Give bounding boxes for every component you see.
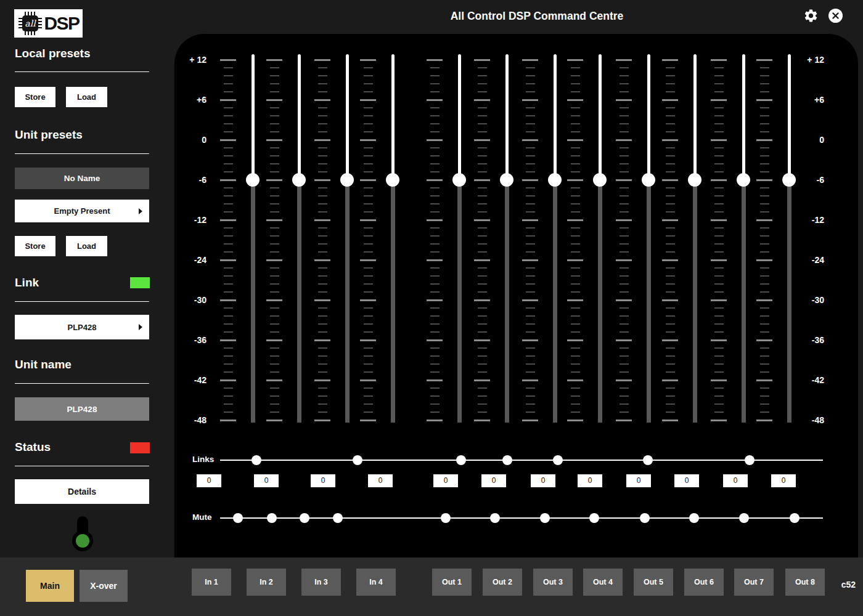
close-icon[interactable] — [828, 9, 843, 23]
fader-thumb[interactable] — [737, 173, 750, 187]
channel-button-in-4[interactable]: In 4 — [356, 569, 396, 596]
fader-thumb[interactable] — [340, 173, 354, 187]
unit-store-button[interactable]: Store — [15, 236, 55, 256]
fader-thumb[interactable] — [548, 173, 562, 187]
channel-button-out-1[interactable]: Out 1 — [432, 569, 472, 596]
fader-track-lower[interactable] — [391, 180, 395, 423]
link-dot[interactable] — [456, 455, 466, 465]
fader-track-lower[interactable] — [251, 180, 255, 423]
mute-dot[interactable] — [490, 513, 500, 523]
link-value-box[interactable]: 0 — [578, 474, 602, 487]
fader-track-upper[interactable] — [458, 54, 461, 180]
link-dot[interactable] — [643, 455, 653, 465]
fader-thumb[interactable] — [452, 173, 466, 187]
fader-track-upper[interactable] — [742, 54, 745, 180]
fader-track-lower[interactable] — [647, 180, 651, 423]
mute-dot[interactable] — [300, 513, 309, 523]
fader-track-lower[interactable] — [742, 180, 746, 423]
mute-dot[interactable] — [589, 513, 599, 523]
channel-button-out-4[interactable]: Out 4 — [583, 569, 623, 596]
preset-selector-button[interactable]: Empty Present — [15, 200, 149, 222]
fader-track-lower[interactable] — [297, 180, 301, 423]
fader-track-upper[interactable] — [252, 54, 255, 180]
fader-thumb[interactable] — [642, 173, 655, 187]
fader-scale-tick — [430, 315, 440, 317]
link-value-box[interactable]: 0 — [481, 474, 506, 487]
gear-icon[interactable] — [803, 8, 819, 23]
fader-track-lower[interactable] — [457, 180, 462, 423]
channel-button-in-1[interactable]: In 1 — [192, 569, 231, 596]
fader-scale-tick — [430, 243, 440, 245]
fader-scale-tick — [714, 107, 724, 108]
unit-load-button[interactable]: Load — [66, 236, 107, 256]
link-value-box[interactable]: 0 — [311, 474, 335, 487]
link-dot[interactable] — [745, 455, 755, 465]
link-dot[interactable] — [553, 455, 563, 465]
fader-track-lower[interactable] — [787, 180, 791, 423]
fader-track-upper[interactable] — [647, 54, 650, 180]
channel-button-out-7[interactable]: Out 7 — [734, 569, 774, 596]
fader-thumb[interactable] — [500, 173, 513, 187]
fader-scale-tick — [526, 323, 535, 325]
mute-dot[interactable] — [233, 513, 243, 523]
mute-dot[interactable] — [267, 513, 277, 523]
channel-button-in-3[interactable]: In 3 — [301, 569, 341, 596]
link-value-box[interactable]: 0 — [197, 474, 221, 487]
fader-track-upper[interactable] — [788, 54, 791, 180]
fader-track-lower[interactable] — [553, 180, 557, 423]
fader-thumb[interactable] — [782, 173, 796, 187]
link-value-box[interactable]: 0 — [368, 474, 393, 487]
fader-track-upper[interactable] — [346, 54, 349, 180]
mute-dot[interactable] — [540, 513, 550, 523]
channel-button-out-6[interactable]: Out 6 — [684, 569, 724, 596]
link-device-button[interactable]: PLP428 — [15, 315, 149, 339]
fader-scale-tick — [430, 211, 440, 213]
fader-thumb[interactable] — [292, 173, 306, 187]
link-value-box[interactable]: 0 — [674, 474, 699, 487]
local-load-button[interactable]: Load — [66, 87, 107, 107]
fader-thumb[interactable] — [688, 173, 701, 187]
mute-dot[interactable] — [790, 513, 800, 523]
link-dot[interactable] — [252, 455, 261, 465]
mute-dot[interactable] — [689, 513, 699, 523]
fader-track-upper[interactable] — [505, 54, 509, 180]
fader-track-upper[interactable] — [693, 54, 697, 180]
mute-dot[interactable] — [640, 513, 650, 523]
channel-button-out-3[interactable]: Out 3 — [533, 569, 573, 596]
link-value-box[interactable]: 0 — [433, 474, 458, 487]
fader-thumb[interactable] — [386, 173, 399, 187]
link-value-box[interactable]: 0 — [771, 474, 796, 487]
channel-button-out-2[interactable]: Out 2 — [483, 569, 522, 596]
unit-name-field[interactable]: PLP428 — [15, 397, 149, 421]
mute-dot[interactable] — [441, 513, 451, 523]
tab-x-over[interactable]: X-over — [80, 570, 128, 602]
fader-scale-tick — [711, 299, 727, 301]
local-store-button[interactable]: Store — [15, 87, 55, 107]
link-dot[interactable] — [502, 455, 512, 465]
channel-button-out-8[interactable]: Out 8 — [785, 569, 825, 596]
mute-dot[interactable] — [333, 513, 343, 523]
power-toggle[interactable] — [72, 530, 93, 551]
details-button[interactable]: Details — [15, 479, 149, 504]
fader-track-upper[interactable] — [391, 54, 395, 180]
fader-track-upper[interactable] — [554, 54, 557, 180]
fader-thumb[interactable] — [593, 173, 607, 187]
mute-dot[interactable] — [739, 513, 749, 523]
fader-track-lower[interactable] — [693, 180, 697, 423]
fader-track-lower[interactable] — [505, 180, 509, 423]
fader-track-upper[interactable] — [298, 54, 301, 180]
link-value-box[interactable]: 0 — [254, 474, 279, 487]
link-value-box[interactable]: 0 — [531, 474, 555, 487]
channel-button-out-5[interactable]: Out 5 — [634, 569, 673, 596]
link-value-box[interactable]: 0 — [626, 474, 651, 487]
fader-track-lower[interactable] — [598, 180, 602, 423]
fader-thumb[interactable] — [246, 173, 260, 187]
channel-button-in-2[interactable]: In 2 — [247, 569, 286, 596]
fader-track-upper[interactable] — [599, 54, 602, 180]
link-dot[interactable] — [353, 455, 362, 465]
tab-main[interactable]: Main — [26, 570, 74, 602]
fader-track-lower[interactable] — [345, 180, 350, 423]
fader-scale-tick — [266, 299, 282, 301]
fader-scale-tick — [270, 203, 279, 205]
link-value-box[interactable]: 0 — [723, 474, 748, 487]
